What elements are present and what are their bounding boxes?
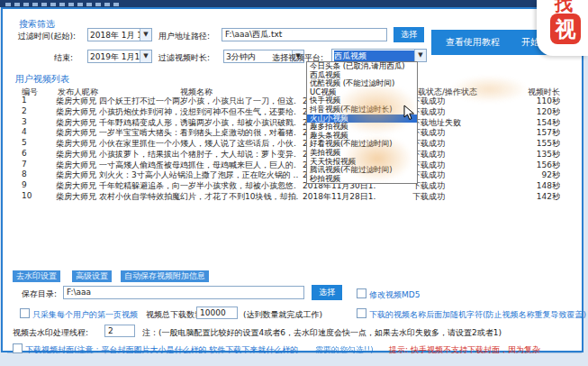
dropdown-item[interactable]: 今日头条 (已取消,请用西瓜)	[307, 62, 417, 71]
table-row[interactable]: 2柴房大师兄小孩扔炮仗炸到河神，没想到河神不但不生气，还要给.2018年1下载成…	[0, 106, 582, 117]
kuaishou-tip: 提示: 快手视频不支持下载封面，因为复杂	[389, 344, 540, 356]
checkbox-icon[interactable]	[357, 288, 366, 298]
dropdown-item[interactable]: 西瓜视频	[307, 71, 417, 80]
video-list-title: 用户视频列表	[13, 73, 72, 86]
table-row[interactable]: 5柴房大师兄小伙在家里抓住一个小矮人，矮人说了这些话后，小伙.2018年1下载成…	[0, 138, 582, 149]
dropdown-item[interactable]: 秒拍视频	[307, 175, 417, 184]
dropdown-item[interactable]: 美拍视频	[307, 149, 417, 158]
save-dir-input[interactable]: F:\aaa	[63, 286, 304, 299]
checkbox-icon[interactable]	[20, 308, 30, 318]
table-row[interactable]: 8柴房大师兄刘火火：3寸高小人站锅沿上撒了泡尿，正在吃火锅的 ..2018年12…	[0, 169, 582, 180]
dropdown-item[interactable]: 趣头条视频	[307, 132, 417, 141]
tab-advanced-settings[interactable]: 高级设置	[72, 270, 112, 282]
md5-checkbox[interactable]: 修改视频MD5	[357, 288, 420, 301]
user-path-input[interactable]: F:\aaa\西瓜.txt	[222, 28, 387, 41]
first-page-checkbox[interactable]: 只采集每个用户的第一页视频	[20, 308, 138, 321]
threads-note: 注：(一般电脑配置比较好的设置4或者6，去水印速度会快一点，如果去水印失败多，请…	[142, 327, 502, 339]
threads-input[interactable]: 2	[104, 325, 135, 337]
dropdown-item[interactable]: 腾讯视频(不能过滤时间)	[307, 166, 417, 175]
end-date-label: 结束:	[54, 52, 73, 64]
chevron-down-icon[interactable]: ▼	[414, 50, 426, 61]
table-row[interactable]: 6柴房大师兄小孩拔萝卜，结果拔出个猪肘子，大人却说：萝卜变异.2018年1下载成…	[0, 149, 582, 160]
title-bar[interactable]	[0, 0, 588, 7]
checkbox-icon[interactable]	[357, 308, 366, 318]
dropdown-item-highlighted[interactable]: 火山小视频	[307, 114, 417, 124]
dropdown-item[interactable]: 天天快报视频	[307, 158, 417, 167]
dropdown-item[interactable]: UC视频	[307, 88, 417, 97]
chevron-down-icon[interactable]: ▼	[140, 50, 151, 62]
filter-start-label: 过滤时间(起始):	[18, 31, 76, 42]
filter-start-datepicker[interactable]: 2018年 1月 1日 ▼	[87, 28, 152, 41]
cover-checkbox-suffix: 需要的您勾选!!)	[315, 344, 374, 356]
dropdown-item[interactable]: 优酷视频 (不能过滤时间)	[307, 79, 417, 88]
table-row[interactable]: 4柴房大师兄一岁半宝宝啃大猪头：看到猪头上桌激动的很，对着猪.2018年1下载成…	[0, 127, 582, 138]
dropdown-item[interactable]: 好看视频(不能过滤时间)	[307, 140, 417, 149]
end-datepicker[interactable]: 2019年 1月16日 ▼	[87, 50, 152, 63]
table-row[interactable]: 9柴房大师兄千年蛇精躲避追杀，向一岁半小孩求救，却被小孩忽悠.2018年11月3…	[0, 180, 582, 191]
path-select-button[interactable]: 选择	[394, 27, 424, 42]
platform-combo[interactable]: 西瓜视频 ▼	[331, 49, 427, 62]
tab-watermark-settings[interactable]: 去水印设置	[13, 270, 60, 282]
random-suffix-checkbox[interactable]: 下载的视频名称后面加随机字符(防止视频名称重复导致覆盖)	[357, 308, 586, 321]
app-window: 搜索筛选 过滤时间(起始): 2018年 1月 1日 ▼ 用户地址路径: F:\…	[0, 0, 588, 366]
user-path-label: 用户地址路径:	[158, 31, 210, 42]
video-logo-icon: 视	[550, 14, 581, 44]
save-dir-label: 保存目录:	[22, 288, 57, 300]
platform-dropdown-list: 今日头条 (已取消,请用西瓜) 西瓜视频 优酷视频 (不能过滤时间) UC视频 …	[306, 61, 418, 184]
search-filter-title: 搜索筛选	[16, 18, 58, 31]
dropdown-item[interactable]: 抖音视频(不能过滤时长)	[307, 105, 417, 114]
threads-label: 视频去水印处理线程:	[13, 327, 88, 339]
dropdown-item[interactable]: 快手视频	[307, 96, 417, 105]
table-row[interactable]: 1柴房大师兄四个妖王打不过一个两岁小孩，小孩只出了一刀，但这.2019年1下载成…	[0, 96, 582, 106]
checkbox-icon[interactable]	[13, 343, 23, 353]
dropdown-item[interactable]: 趣多拍视频	[307, 123, 417, 132]
tab-autosave-info[interactable]: 自动保存视频附加信息	[121, 270, 209, 282]
chevron-down-icon[interactable]: ▼	[140, 29, 151, 41]
total-download-hint: (达到数量就完成工作)	[243, 309, 322, 321]
table-row[interactable]: 10柴房大师兄农村小伙自学特效拍魔幻片，才花了不到10块钱，却拍.2018年11…	[0, 191, 582, 202]
total-download-input[interactable]: 10000	[196, 307, 238, 319]
app-logo: 找 视	[537, 0, 588, 56]
duration-filter-label: 过滤视频时长:	[158, 52, 210, 64]
cover-checkbox[interactable]: 下载视频封面(注意：平台封面图片大小是什么样的 软件下载下来就什么样的	[13, 343, 298, 356]
dir-select-button[interactable]: 选择	[312, 285, 342, 300]
